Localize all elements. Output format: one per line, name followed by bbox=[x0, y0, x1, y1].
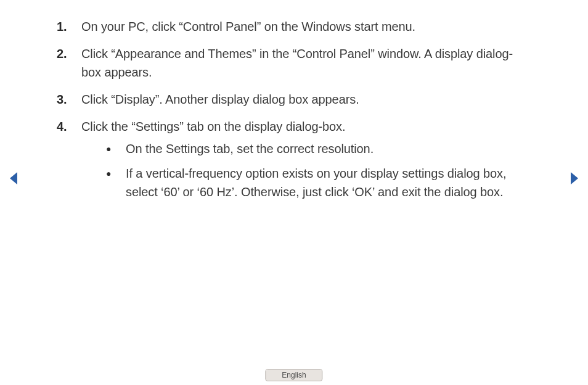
next-page-button[interactable] bbox=[570, 172, 579, 188]
step-1: 1. On your PC, click “Control Panel” on … bbox=[57, 17, 531, 36]
instruction-content: 1. On your PC, click “Control Panel” on … bbox=[0, 0, 588, 207]
triangle-left-icon bbox=[9, 176, 18, 187]
step-text: Click the “Settings” tab on the display … bbox=[81, 117, 531, 136]
step-text: On your PC, click “Control Panel” on the… bbox=[81, 17, 415, 36]
bullet-item: ● If a vertical-frequency option exists … bbox=[106, 164, 531, 201]
bullet-icon: ● bbox=[106, 139, 126, 158]
triangle-right-icon bbox=[570, 176, 579, 187]
prev-page-button[interactable] bbox=[9, 172, 18, 188]
step-number: 3. bbox=[57, 90, 81, 109]
bullet-icon: ● bbox=[106, 164, 126, 201]
step-4: 4. Click the “Settings” tab on the displ… bbox=[57, 117, 531, 207]
svg-marker-1 bbox=[571, 172, 578, 184]
sub-bullet-list: ● On the Settings tab, set the correct r… bbox=[81, 139, 531, 201]
step-2: 2. Click “Appearance and Themes” in the … bbox=[57, 44, 531, 81]
step-number: 4. bbox=[57, 117, 81, 207]
bullet-item: ● On the Settings tab, set the correct r… bbox=[106, 139, 531, 158]
language-badge: English bbox=[265, 369, 322, 381]
step-text: Click “Appearance and Themes” in the “Co… bbox=[81, 44, 531, 81]
bullet-text: If a vertical-frequency option exists on… bbox=[126, 164, 531, 201]
step-text: Click “Display”. Another display dialog … bbox=[81, 90, 359, 109]
svg-marker-0 bbox=[10, 172, 17, 184]
step-number: 1. bbox=[57, 17, 81, 36]
bullet-text: On the Settings tab, set the correct res… bbox=[126, 139, 374, 158]
step-number: 2. bbox=[57, 44, 81, 81]
step-3: 3. Click “Display”. Another display dial… bbox=[57, 90, 531, 109]
